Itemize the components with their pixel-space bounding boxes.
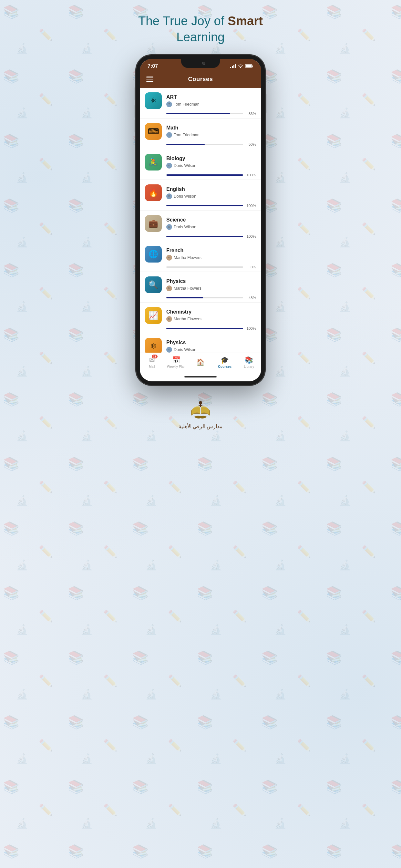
svg-rect-5 <box>252 66 253 67</box>
progress-bar-bg <box>166 267 243 268</box>
teacher-avatar: T <box>166 132 172 138</box>
svg-point-7 <box>199 401 202 404</box>
signal-icon <box>230 64 236 68</box>
teacher-name: Doris Wilson <box>174 225 196 229</box>
progress-bar-bg <box>166 236 243 237</box>
teacher-name: Tom Friedman <box>174 102 199 106</box>
progress-percent: 100% <box>246 173 256 177</box>
course-name: Physics <box>166 340 256 345</box>
mail-label: Mail <box>149 365 155 368</box>
progress-bar-bg <box>166 328 243 329</box>
course-teacher: DDoris Wilson <box>166 347 256 352</box>
course-item-physics1[interactable]: 🔍PhysicsMMartha Flowers48% <box>140 272 261 303</box>
courses-icon-wrap: 🎓 <box>220 356 229 364</box>
home-icon-wrap: 🏠 <box>196 359 205 366</box>
progress-percent: 100% <box>246 204 256 208</box>
progress-percent: 100% <box>246 235 256 238</box>
nav-item-home[interactable]: 🏠 <box>191 359 210 366</box>
progress-bar-fill <box>166 175 243 176</box>
nav-item-weekly-plan[interactable]: 📅Weekly Plan <box>166 356 186 368</box>
progress-percent: 50% <box>246 143 256 146</box>
progress-row: 100% <box>145 173 256 177</box>
course-name: Science <box>166 217 256 223</box>
app-header-title: Courses <box>188 75 213 83</box>
courses-list[interactable]: ⚛ARTTTom Friedman83%⌨MathTTom Friedman50… <box>140 88 261 352</box>
teacher-name: Martha Flowers <box>174 286 202 290</box>
course-item-chemistry[interactable]: 📈ChemistryMMartha Flowers100% <box>140 303 261 333</box>
teacher-name: Martha Flowers <box>174 255 202 260</box>
teacher-avatar: M <box>166 316 172 322</box>
teacher-avatar: D <box>166 224 172 230</box>
app-header: Courses <box>140 72 261 88</box>
teacher-name: Martha Flowers <box>174 317 202 321</box>
page-wrapper: The True Joy of Smart Learning 7:07 <box>117 13 284 430</box>
atom-icon-2: ⚛ <box>145 338 162 352</box>
progress-bar-fill <box>166 205 243 206</box>
logo-text: مدارس الرقي الأهلية <box>179 423 223 430</box>
briefcase-icon: 💼 <box>145 215 162 232</box>
battery-icon <box>245 64 253 68</box>
course-item-math[interactable]: ⌨MathTTom Friedman50% <box>140 119 261 149</box>
progress-bar-bg <box>166 113 243 114</box>
nav-item-courses[interactable]: 🎓Courses <box>215 356 235 368</box>
status-time: 7:07 <box>148 63 158 69</box>
keyboard-icon: ⌨ <box>145 123 162 140</box>
progress-row: 100% <box>145 204 256 208</box>
progress-bar-fill <box>166 328 243 329</box>
chart-icon: 📈 <box>145 307 162 324</box>
course-teacher: MMartha Flowers <box>166 285 256 291</box>
progress-bar-bg <box>166 297 243 299</box>
progress-bar-bg <box>166 144 243 145</box>
course-teacher: MMartha Flowers <box>166 255 256 260</box>
course-item-physics2[interactable]: ⚛PhysicsDDoris Wilson100% <box>140 333 261 352</box>
teacher-name: Tom Friedman <box>174 133 199 137</box>
course-name: French <box>166 248 256 253</box>
progress-row: 48% <box>145 296 256 300</box>
progress-bar-fill <box>166 297 203 299</box>
course-name: Physics <box>166 278 256 284</box>
globe-icon: 🌐 <box>145 246 162 262</box>
course-name: Chemistry <box>166 309 256 315</box>
progress-bar-fill <box>166 236 243 237</box>
progress-row: 100% <box>145 235 256 238</box>
bike-icon: 🚴 <box>145 154 162 170</box>
nav-item-mail[interactable]: ✉11Mail <box>143 356 162 368</box>
progress-percent: 83% <box>246 112 256 116</box>
nav-item-library[interactable]: 📚Library <box>239 356 258 368</box>
teacher-avatar: D <box>166 193 172 199</box>
course-item-science[interactable]: 💼ScienceDDoris Wilson100% <box>140 211 261 241</box>
phone-frame: 7:07 <box>136 55 265 385</box>
course-teacher: TTom Friedman <box>166 101 256 107</box>
course-item-art[interactable]: ⚛ARTTTom Friedman83% <box>140 88 261 119</box>
course-teacher: MMartha Flowers <box>166 316 256 322</box>
bottom-nav: ✉11Mail📅Weekly Plan🏠🎓Courses📚Library <box>140 352 261 374</box>
teacher-avatar: D <box>166 347 172 352</box>
weekly-plan-icon-wrap: 📅 <box>172 356 181 364</box>
home-indicator <box>140 374 261 381</box>
svg-rect-1 <box>232 66 233 68</box>
progress-percent: 48% <box>246 296 256 300</box>
course-name: ART <box>166 94 256 100</box>
course-item-english[interactable]: 🔥EnglishDDoris Wilson100% <box>140 180 261 211</box>
atom-icon: ⚛ <box>145 92 162 109</box>
teacher-name: Doris Wilson <box>174 163 196 168</box>
school-logo-icon <box>188 395 213 421</box>
teacher-avatar: M <box>166 255 172 260</box>
course-teacher: DDoris Wilson <box>166 193 256 199</box>
menu-icon[interactable] <box>146 76 153 82</box>
course-item-biology[interactable]: 🚴BiologyDDoris Wilson100% <box>140 149 261 180</box>
status-icons <box>230 64 253 68</box>
library-icon-wrap: 📚 <box>245 356 253 364</box>
weekly-plan-label: Weekly Plan <box>167 365 186 368</box>
course-item-french[interactable]: 🌐FrenchMMartha Flowers0% <box>140 241 261 272</box>
library-icon: 📚 <box>245 356 253 364</box>
teacher-avatar: D <box>166 163 172 168</box>
progress-row: 83% <box>145 112 256 116</box>
svg-rect-3 <box>235 64 236 68</box>
home-icon: 🏠 <box>196 359 205 366</box>
weekly-plan-icon: 📅 <box>172 356 181 364</box>
progress-bar-bg <box>166 205 243 206</box>
wifi-icon <box>238 64 243 68</box>
library-label: Library <box>244 365 254 368</box>
svg-rect-6 <box>246 65 252 67</box>
